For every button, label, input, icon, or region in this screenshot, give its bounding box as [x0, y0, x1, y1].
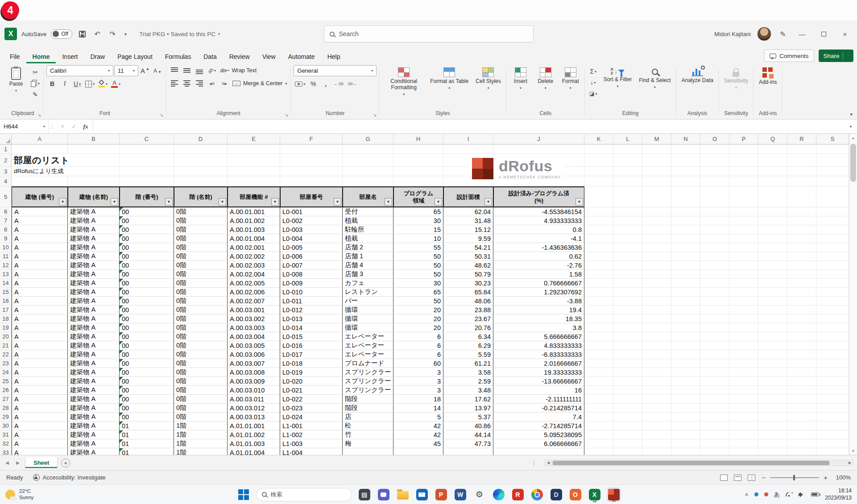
cell-S7[interactable] — [816, 216, 849, 225]
cell-E23[interactable]: A.00.03.007 — [228, 359, 280, 368]
cell-H12[interactable]: 50 — [393, 261, 443, 270]
clipboard-dialog-launcher[interactable]: ↘ — [37, 112, 41, 117]
cell-E21[interactable]: A.00.03.005 — [228, 341, 280, 350]
scroll-right-icon[interactable]: ▶ — [846, 460, 853, 466]
row-header-3[interactable]: 3 — [0, 167, 12, 176]
row-header-30[interactable]: 30 — [0, 421, 12, 430]
cell-A13[interactable]: A — [12, 270, 68, 279]
row-header-23[interactable]: 23 — [0, 359, 12, 368]
cell-J17[interactable]: 19.4 — [493, 306, 584, 314]
cell-P13[interactable] — [729, 270, 758, 279]
clear-button[interactable]: ◪▾ — [588, 88, 599, 99]
cell-K9[interactable] — [584, 234, 613, 243]
cell-L3[interactable] — [613, 167, 642, 176]
cell-R3[interactable] — [787, 167, 816, 176]
cell-F8[interactable]: L0-003 — [280, 225, 343, 234]
cell-F27[interactable]: L0-022 — [280, 395, 343, 404]
column-header-E[interactable]: E — [228, 134, 280, 144]
cell-E25[interactable]: A.00.03.009 — [228, 377, 280, 386]
cell-K8[interactable] — [584, 225, 613, 234]
cell-G20[interactable]: エレベーター — [343, 332, 393, 341]
normal-view-button[interactable] — [720, 475, 728, 481]
column-header-F[interactable]: F — [280, 134, 343, 144]
cell-G2[interactable] — [343, 154, 393, 167]
cell-S25[interactable] — [816, 377, 849, 386]
cell-H9[interactable]: 10 — [393, 234, 443, 243]
cell-S14[interactable] — [816, 279, 849, 288]
cell-Q19[interactable] — [758, 323, 787, 332]
tab-page-layout[interactable]: Page Layout — [111, 50, 159, 63]
cell-H3[interactable] — [393, 167, 443, 176]
cell-C33[interactable]: 01 — [120, 448, 174, 455]
cell-E1[interactable] — [228, 145, 280, 154]
save-button[interactable] — [77, 28, 87, 40]
cell-D12[interactable]: 0階 — [174, 261, 228, 270]
cell-M21[interactable] — [642, 341, 671, 350]
cell-N26[interactable] — [671, 386, 700, 395]
cell-A24[interactable]: A — [12, 368, 68, 377]
settings-icon[interactable]: ⚙ — [472, 487, 487, 502]
cell-I16[interactable]: 48.06 — [443, 297, 493, 306]
formula-input[interactable] — [93, 120, 845, 133]
cell-F30[interactable]: L1-001 — [280, 421, 343, 430]
cell-E12[interactable]: A.00.02.003 — [228, 261, 280, 270]
column-header-A[interactable]: A — [12, 134, 68, 144]
cell-P30[interactable] — [729, 421, 758, 430]
cell-C1[interactable] — [120, 145, 174, 154]
cell-B3[interactable] — [68, 167, 120, 176]
cell-J12[interactable]: -2.76 — [493, 261, 584, 270]
cell-S3[interactable] — [816, 167, 849, 176]
cell-M31[interactable] — [642, 430, 671, 439]
cell-L33[interactable] — [613, 448, 642, 455]
cell-E31[interactable]: A.01.01.002 — [228, 430, 280, 439]
cell-D6[interactable]: 0階 — [174, 207, 228, 216]
undo-button[interactable]: ↶ — [92, 28, 103, 40]
filter-button[interactable]: ▼ — [334, 198, 341, 206]
row-header-4[interactable]: 4 — [0, 176, 12, 186]
font-dialog-launcher[interactable]: ↘ — [160, 112, 163, 117]
cell-O22[interactable] — [700, 350, 729, 359]
cell-H1[interactable] — [393, 145, 443, 154]
cell-H32[interactable]: 45 — [393, 439, 443, 448]
cell-P8[interactable] — [729, 225, 758, 234]
cell-I31[interactable]: 44.14 — [443, 430, 493, 439]
cell-Q30[interactable] — [758, 421, 787, 430]
cell-R23[interactable] — [787, 359, 816, 368]
cell-P21[interactable] — [729, 341, 758, 350]
dev-app-icon[interactable]: D — [549, 487, 563, 502]
cell-E29[interactable]: A.00.03.013 — [228, 413, 280, 421]
cell-M10[interactable] — [642, 243, 671, 252]
cell-G32[interactable]: 梅 — [343, 439, 393, 448]
scroll-up-icon[interactable]: ▲ — [849, 134, 857, 142]
font-name-combo[interactable]: Calibri▾ — [46, 65, 113, 76]
column-header-O[interactable]: O — [700, 134, 729, 144]
cell-H26[interactable]: 3 — [393, 386, 443, 395]
cell-E6[interactable]: A.00.01.001 — [228, 207, 280, 216]
cell-P7[interactable] — [729, 216, 758, 225]
cell-Q21[interactable] — [758, 341, 787, 350]
cell-C22[interactable]: 00 — [120, 350, 174, 359]
cell-K4[interactable] — [584, 176, 613, 186]
cell-B13[interactable]: 建築物 A — [68, 270, 120, 279]
cell-M5[interactable] — [642, 186, 671, 207]
cell-O33[interactable] — [700, 448, 729, 455]
cell-S13[interactable] — [816, 270, 849, 279]
cell-R32[interactable] — [787, 439, 816, 448]
cell-E4[interactable] — [228, 176, 280, 186]
row-header-22[interactable]: 22 — [0, 350, 12, 359]
cell-H20[interactable]: 6 — [393, 332, 443, 341]
cell-R15[interactable] — [787, 288, 816, 297]
cell-G6[interactable]: 受付 — [343, 207, 393, 216]
addins-button[interactable]: Add-ins — [756, 65, 780, 87]
cell-G17[interactable]: 循環 — [343, 306, 393, 314]
conditional-formatting-button[interactable]: Conditional Formatting ▾ — [382, 65, 426, 97]
cell-B28[interactable]: 建築物 A — [68, 404, 120, 413]
cell-F3[interactable] — [280, 167, 343, 176]
cell-N4[interactable] — [671, 176, 700, 186]
vertical-scrollbar[interactable]: ▲ ▼ — [849, 134, 857, 455]
cell-A16[interactable]: A — [12, 297, 68, 306]
cell-I9[interactable]: 9.59 — [443, 234, 493, 243]
cell-Q17[interactable] — [758, 306, 787, 314]
cell-R16[interactable] — [787, 297, 816, 306]
cell-K26[interactable] — [584, 386, 613, 395]
